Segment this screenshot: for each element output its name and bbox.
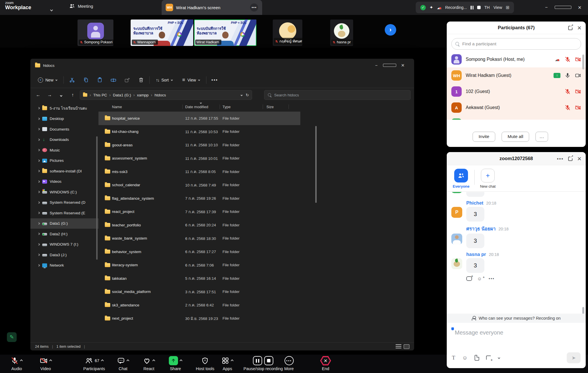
delete-button[interactable] <box>136 75 146 85</box>
emoji-icon[interactable]: ☺ <box>462 355 468 361</box>
file-row[interactable]: hospital_service 12 ก.ค. 2568 17:55 File… <box>98 112 414 125</box>
sidebar-tree-item[interactable]: Network <box>30 260 98 271</box>
close-icon[interactable]: ✕ <box>577 156 582 162</box>
expand-chevron-icon[interactable] <box>38 128 40 130</box>
expand-chevron-icon[interactable] <box>38 160 40 162</box>
breadcrumb-item[interactable]: Data1 (G:) <box>113 93 131 97</box>
video-tile-hasna[interactable]: hasna pr <box>330 20 353 46</box>
participants-chevron-icon[interactable] <box>101 359 104 362</box>
expand-chevron-icon[interactable] <box>38 191 40 193</box>
react-button[interactable]: React <box>143 356 155 371</box>
more-tools-chevron-icon[interactable] <box>498 357 500 359</box>
privacy-notice[interactable]: Who can see your messages? Recording on <box>447 314 586 323</box>
file-row[interactable]: next_project 30 มิ.ย. 2568 19:23 File fo… <box>98 312 414 325</box>
sidebar-tree-item[interactable]: System Reserved (E <box>30 208 98 218</box>
sidebar-tree-item[interactable]: 5-งาน โรงเรียนบ้านตะ <box>30 103 98 114</box>
column-header-date[interactable]: Date modified <box>185 105 208 109</box>
expand-chevron-icon[interactable] <box>38 201 40 204</box>
chat-message[interactable]: hasna pr 20:18 3 <box>451 252 586 273</box>
pause-recording-icon[interactable] <box>253 356 262 365</box>
pause-stop-recording-button[interactable]: Pause/stop recording <box>243 356 283 371</box>
cut-button[interactable] <box>67 75 78 85</box>
chat-more-icon[interactable]: ••• <box>557 156 564 162</box>
expand-chevron-icon[interactable] <box>38 180 40 183</box>
chat-chevron-icon[interactable] <box>127 359 129 362</box>
mic-status-icon[interactable] <box>564 73 571 78</box>
tab-shared-screen[interactable]: WH Wirat Hadkam's screen ••• <box>162 0 262 15</box>
send-button[interactable]: ➤ <box>567 352 581 363</box>
more-button[interactable]: ••• More <box>284 356 294 371</box>
forward-button[interactable]: → <box>45 92 54 98</box>
popout-icon[interactable] <box>568 157 572 161</box>
apps-chevron-icon[interactable] <box>231 359 234 362</box>
file-row[interactable]: behavior_system 6 ก.ค. 2568 17:27 File f… <box>98 245 414 259</box>
up-button[interactable]: ↑ <box>68 92 77 98</box>
expand-chevron-icon[interactable] <box>38 264 40 267</box>
reply-icon[interactable] <box>466 276 472 281</box>
pause-recording-icon[interactable] <box>471 6 473 9</box>
breadcrumb-item[interactable]: htdocs <box>154 93 166 97</box>
file-row[interactable]: sk3_attendance 2 ก.ค. 2568 6:42 File fol… <box>98 298 414 312</box>
popout-icon[interactable] <box>568 26 572 30</box>
participant-row[interactable]: Sompong Pokasri (Host, me) ☁ ↑ <box>447 51 586 67</box>
file-row[interactable]: teacher_portfolio 6 ก.ค. 2568 20:24 File… <box>98 218 414 232</box>
file-row[interactable]: kid-chao-chang 11 ก.ค. 2568 10:53 File f… <box>98 125 414 139</box>
back-button[interactable]: ← <box>34 92 42 98</box>
sidebar-tree-item[interactable]: WINDOWS 7 (I:) <box>30 239 98 250</box>
camera-status-icon[interactable] <box>575 105 581 110</box>
rename-button[interactable] <box>108 75 119 85</box>
sidebar-tree-item[interactable]: Documents <box>30 124 98 135</box>
close-button[interactable]: ✕ <box>571 5 588 10</box>
file-row[interactable]: goout-areas 11 ก.ค. 2568 10:10 File fold… <box>98 138 414 152</box>
next-page-arrow-button[interactable]: › <box>385 24 396 36</box>
column-header-name[interactable]: Name <box>112 105 122 109</box>
close-icon[interactable]: ✕ <box>577 25 582 31</box>
video-tile-sompong[interactable]: Sompong Pokasri <box>78 20 113 46</box>
view-grid-icon[interactable]: ⊞ <box>506 5 510 10</box>
sidebar-tree-item[interactable]: Data3 (J:) <box>30 250 98 260</box>
end-button[interactable]: ✕ End <box>320 356 331 371</box>
react-chevron-icon[interactable] <box>152 359 155 362</box>
mute-all-button[interactable]: Mute all <box>502 132 529 142</box>
message-more-icon[interactable]: ••• <box>489 276 495 282</box>
expand-chevron-icon[interactable] <box>38 118 40 120</box>
sidebar-tree-item[interactable]: Desktop <box>30 114 98 124</box>
security-shield-icon[interactable]: ✓ <box>420 5 426 10</box>
expand-chevron-icon[interactable] <box>38 233 40 235</box>
paste-button[interactable] <box>94 75 105 85</box>
recent-locations-icon[interactable] <box>57 92 65 98</box>
minimize-button[interactable]: − <box>538 5 555 10</box>
camera-status-icon[interactable] <box>575 89 581 94</box>
mic-status-icon[interactable] <box>564 89 571 94</box>
sort-button[interactable]: ↑↓ Sort <box>152 75 176 84</box>
sidebar-tree-item[interactable]: Data1 (G:) <box>30 218 98 229</box>
chat-message[interactable]: บ 3 <box>451 192 586 197</box>
participant-row[interactable]: WH Wirat Hadkam (Guest) ☁ ↑ <box>447 67 586 83</box>
message-input[interactable]: Message everyone <box>455 329 503 336</box>
tab-everyone[interactable]: Everyone <box>451 169 471 189</box>
file-row[interactable]: school_calendar 10 ก.ค. 2568 7:49 File f… <box>98 178 414 192</box>
screenshot-icon[interactable] <box>486 355 491 360</box>
expand-chevron-icon[interactable] <box>38 149 40 151</box>
breadcrumb[interactable]: ›This PC ›Data1 (G:) ›xampp ›htdocs ↻ <box>80 90 252 100</box>
attach-file-icon[interactable] <box>475 355 479 361</box>
file-row[interactable]: social_media_platform 3 ก.ค. 2568 17:51 … <box>98 285 414 299</box>
breadcrumb-item[interactable]: This PC <box>93 93 107 97</box>
explorer-close-button[interactable]: ✕ <box>396 63 409 68</box>
sidebar-tree-item[interactable]: System Reserved (D <box>30 197 98 208</box>
mic-status-icon[interactable] <box>564 105 571 110</box>
video-button[interactable]: Video <box>40 356 52 371</box>
sidebar-tree-item[interactable]: WINDOWS (C:) <box>30 187 98 197</box>
sidebar-tree-item[interactable]: Downloads <box>30 135 98 145</box>
stop-recording-icon[interactable] <box>477 6 481 9</box>
ai-companion-icon[interactable]: ✦ <box>430 5 433 10</box>
restore-button[interactable] <box>555 5 571 10</box>
chat-button[interactable]: Chat <box>117 356 129 371</box>
expand-chevron-icon[interactable] <box>38 170 40 172</box>
participants-more-button[interactable]: ... <box>535 132 548 142</box>
column-header-size[interactable]: Size <box>266 105 274 109</box>
sidebar-tree-item[interactable]: software-install (DI <box>30 166 98 176</box>
video-tile-wannaporn[interactable]: PHP + SQL ระบบบันทึกการใช้ห้องพยาบาล Wan… <box>131 20 193 46</box>
expand-chevron-icon[interactable] <box>38 254 40 256</box>
sidebar-tree-item[interactable]: Music <box>30 145 98 156</box>
